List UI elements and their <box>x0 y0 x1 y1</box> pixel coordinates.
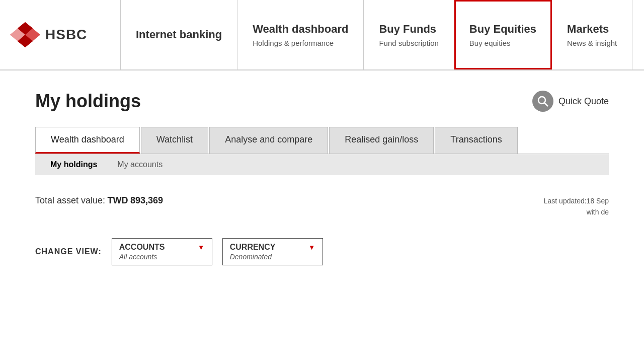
page-title: My holdings <box>35 91 141 112</box>
page-header: My holdings Quick Quote <box>35 91 609 112</box>
tab-watchlist[interactable]: Watchlist <box>141 127 208 154</box>
asset-value-section: Total asset value: TWD 893,369 <box>35 195 163 206</box>
logo-area: HSBC <box>0 0 121 69</box>
svg-line-6 <box>544 103 548 106</box>
currency-dropdown-title: CURRENCY ▼ <box>230 243 315 252</box>
main-header: HSBC Internet banking Wealth dashboard H… <box>0 0 644 70</box>
tab-my-holdings[interactable]: My holdings <box>40 154 107 175</box>
nav-item-buy-equities[interactable]: Buy Equities Buy equities <box>454 0 552 69</box>
asset-value-amount: 893,369 <box>130 195 163 205</box>
last-updated: Last updated:18 Sep with de <box>544 195 609 218</box>
asset-value-label: Total asset value: <box>35 195 105 205</box>
quick-quote-label: Quick Quote <box>558 96 609 107</box>
tab-my-accounts[interactable]: My accounts <box>107 154 173 175</box>
hsbc-wordmark: HSBC <box>45 27 87 43</box>
tab-wealth-dashboard[interactable]: Wealth dashboard <box>35 127 140 154</box>
accounts-dropdown-title: ACCOUNTS ▼ <box>119 243 205 252</box>
last-updated-line2: with de <box>544 206 609 218</box>
currency-dropdown[interactable]: CURRENCY ▼ Denominated <box>222 238 323 265</box>
accounts-dropdown-value: All accounts <box>119 253 205 261</box>
quick-quote-icon <box>532 91 553 112</box>
nav-item-markets[interactable]: Markets News & insight <box>552 0 632 69</box>
hsbc-diamond-icon <box>10 22 40 47</box>
nav-item-internet-banking[interactable]: Internet banking <box>121 0 237 69</box>
hsbc-logo: HSBC <box>10 22 87 47</box>
asset-value-currency: TWD <box>108 195 128 205</box>
secondary-tabs: My holdings My accounts <box>35 154 609 175</box>
last-updated-line1: Last updated:18 Sep <box>544 195 609 206</box>
accounts-dropdown[interactable]: ACCOUNTS ▼ All accounts <box>112 238 212 265</box>
tab-transactions[interactable]: Transactions <box>435 127 517 154</box>
svg-point-5 <box>538 97 545 104</box>
quick-quote-button[interactable]: Quick Quote <box>532 91 609 112</box>
nav-item-buy-funds[interactable]: Buy Funds Fund subscription <box>364 0 454 69</box>
primary-tabs: Wealth dashboard Watchlist Analyse and c… <box>35 127 609 154</box>
asset-value-row: Total asset value: TWD 893,369 Last upda… <box>35 195 609 218</box>
tab-realised-gain-loss[interactable]: Realised gain/loss <box>329 127 434 154</box>
change-view-label: CHANGE VIEW: <box>35 247 102 256</box>
currency-dropdown-arrow: ▼ <box>308 243 315 251</box>
search-icon <box>537 96 548 107</box>
change-view-row: CHANGE VIEW: ACCOUNTS ▼ All accounts CUR… <box>35 238 609 265</box>
accounts-dropdown-arrow: ▼ <box>198 243 205 251</box>
tab-analyse-compare[interactable]: Analyse and compare <box>209 127 328 154</box>
main-content: My holdings Quick Quote Wealth dashboard… <box>0 70 644 285</box>
nav-item-wealth-dashboard[interactable]: Wealth dashboard Holdings & performance <box>237 0 364 69</box>
currency-dropdown-value: Denominated <box>230 253 315 261</box>
